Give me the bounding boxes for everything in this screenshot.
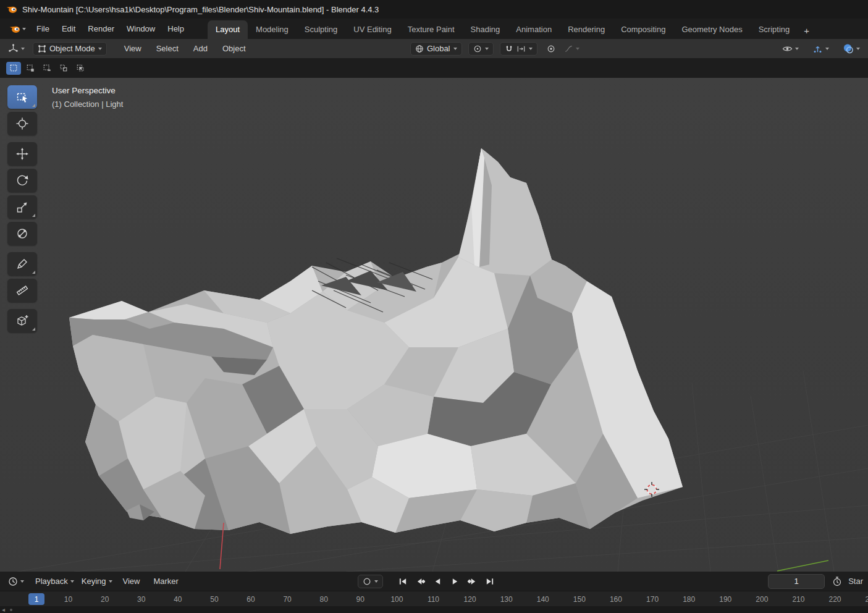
chevron-down-icon xyxy=(576,48,579,50)
tab-shading[interactable]: Shading xyxy=(463,20,508,39)
editor-type-button[interactable] xyxy=(5,42,28,56)
tab-sculpting[interactable]: Sculpting xyxy=(297,20,345,39)
menu-edit[interactable]: Edit xyxy=(56,21,82,36)
proportional-edit-toggle[interactable] xyxy=(544,42,558,56)
vp-menu-add[interactable]: Add xyxy=(187,41,214,56)
chevron-down-icon xyxy=(98,48,102,50)
timeline-footer: ◂ xyxy=(0,606,868,613)
ruler-numbers: 1020 3040 5060 7080 90100 110120 130140 … xyxy=(0,591,868,607)
tab-rendering[interactable]: Rendering xyxy=(560,20,613,39)
show-gizmo-toggle[interactable] xyxy=(809,42,832,56)
chevron-down-icon xyxy=(374,580,378,583)
timeline-editor: Playback Keying View Marker xyxy=(0,572,868,613)
snap-with-icon xyxy=(516,44,526,53)
autokey-icon xyxy=(363,577,371,586)
timeline-marker-menu[interactable]: Marker xyxy=(147,573,184,589)
corner-resize-icon[interactable]: ◂ xyxy=(2,606,5,613)
tool-scale-button[interactable] xyxy=(7,195,37,219)
menubar: File Edit Render Window Help Layout Mode… xyxy=(0,19,868,39)
snap-toggle-group[interactable] xyxy=(500,42,537,56)
object-visibility-dropdown[interactable] xyxy=(779,42,802,56)
tool-annotate-button[interactable] xyxy=(7,252,37,276)
chevron-down-icon xyxy=(21,48,25,50)
orientation-label: Global xyxy=(427,44,450,53)
select-mode-intersect-button[interactable] xyxy=(73,62,88,75)
tab-animation[interactable]: Animation xyxy=(508,20,560,39)
tool-move-button[interactable] xyxy=(7,142,37,166)
select-mode-extend-button[interactable] xyxy=(23,62,38,75)
chevron-down-icon xyxy=(856,48,860,50)
show-overlays-toggle[interactable] xyxy=(840,42,863,56)
jump-start-button[interactable] xyxy=(395,575,410,588)
blender-menu-button[interactable] xyxy=(5,23,30,35)
viewport-scene[interactable] xyxy=(0,78,868,572)
tab-geometry-nodes[interactable]: Geometry Nodes xyxy=(673,20,750,39)
snap-target-dropdown[interactable] xyxy=(468,42,494,56)
vp-menu-object[interactable]: Object xyxy=(216,41,252,56)
current-frame-field[interactable]: 1 xyxy=(768,574,825,589)
keying-menu[interactable]: Keying xyxy=(78,575,116,588)
menu-render[interactable]: Render xyxy=(82,21,120,36)
timeline-view-menu[interactable]: View xyxy=(117,573,146,589)
chevron-down-icon xyxy=(20,580,24,583)
tool-settings-bar xyxy=(0,58,868,78)
viewport-header: Object Mode View Select Add Object Globa… xyxy=(0,39,868,58)
tool-select-box-button[interactable] xyxy=(7,85,37,109)
snap-target-icon xyxy=(473,44,482,53)
timeline-ruler[interactable]: 1020 3040 5060 7080 90100 110120 130140 … xyxy=(0,591,868,607)
chevron-down-icon xyxy=(529,48,533,50)
tool-rotate-button[interactable] xyxy=(7,169,37,192)
gizmo-icon xyxy=(812,44,823,54)
tab-texture-paint[interactable]: Texture Paint xyxy=(400,20,463,39)
proportional-edit-icon xyxy=(547,44,555,53)
stopwatch-icon xyxy=(832,577,842,586)
blender-window: Shiv-Mountain [C:\Users\hsa1k\Desktop\Pr… xyxy=(0,0,868,613)
titlebar: Shiv-Mountain [C:\Users\hsa1k\Desktop\Pr… xyxy=(0,0,868,19)
tool-add-cube-button[interactable] xyxy=(7,309,37,332)
select-mode-set-button[interactable] xyxy=(6,62,21,75)
chevron-down-icon xyxy=(795,48,799,50)
menu-help[interactable]: Help xyxy=(161,21,190,36)
current-frame-value: 1 xyxy=(794,577,799,586)
workspace-tabs: Layout Modeling Sculpting UV Editing Tex… xyxy=(208,19,815,39)
chevron-down-icon xyxy=(109,580,112,583)
vp-menu-view[interactable]: View xyxy=(118,41,148,56)
next-keyframe-button[interactable] xyxy=(465,575,479,588)
timeline-editor-icon xyxy=(8,577,18,586)
playback-controls xyxy=(395,575,497,588)
menu-file[interactable]: File xyxy=(30,21,56,36)
window-title: Shiv-Mountain [C:\Users\hsa1k\Desktop\Pr… xyxy=(22,5,379,14)
timeline-header: Playback Keying View Marker xyxy=(0,572,868,591)
menu-window[interactable]: Window xyxy=(120,21,161,36)
jump-end-button[interactable] xyxy=(482,575,497,588)
tab-uv-editing[interactable]: UV Editing xyxy=(345,20,399,39)
viewport-3d[interactable]: User Perspective (1) Collection | Light xyxy=(0,78,868,572)
object-mode-icon xyxy=(38,44,46,53)
tab-modeling[interactable]: Modeling xyxy=(248,20,297,39)
magnet-icon xyxy=(505,44,513,53)
mode-dropdown[interactable]: Object Mode xyxy=(33,42,107,56)
tool-measure-button[interactable] xyxy=(7,279,37,302)
tab-scripting[interactable]: Scripting xyxy=(751,20,798,39)
vp-menu-select[interactable]: Select xyxy=(150,41,185,56)
tab-layout[interactable]: Layout xyxy=(208,20,248,39)
autokey-group[interactable] xyxy=(358,575,383,588)
tab-compositing[interactable]: Compositing xyxy=(613,20,673,39)
play-button[interactable] xyxy=(447,575,462,588)
transform-orientation-dropdown[interactable]: Global xyxy=(410,42,462,56)
proportional-falloff-dropdown[interactable] xyxy=(561,42,583,56)
mountain-object[interactable] xyxy=(69,148,683,534)
tool-cursor-button[interactable] xyxy=(7,112,37,135)
falloff-curve-icon xyxy=(564,44,573,53)
play-reverse-button[interactable] xyxy=(430,575,445,588)
timeline-editor-type-button[interactable] xyxy=(5,575,27,588)
playback-menu[interactable]: Playback xyxy=(32,575,77,588)
tool-transform-button[interactable] xyxy=(7,222,37,245)
current-frame-indicator[interactable]: 1 xyxy=(28,593,44,605)
scrollbar-dot xyxy=(10,609,12,611)
add-workspace-button[interactable]: + xyxy=(798,22,815,39)
chevron-down-icon xyxy=(453,48,457,50)
select-mode-invert-button[interactable] xyxy=(56,62,71,75)
select-mode-subtract-button[interactable] xyxy=(40,62,54,75)
prev-keyframe-button[interactable] xyxy=(413,575,428,588)
